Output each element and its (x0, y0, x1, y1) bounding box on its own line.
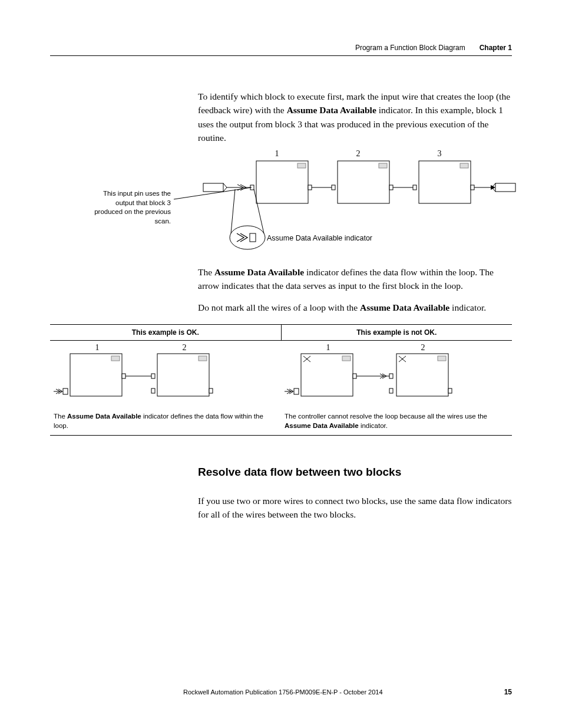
chapter-label: Chapter 1 (480, 44, 512, 52)
svg-line-19 (174, 187, 252, 199)
header-not-ok: This example is not OK. (282, 325, 513, 340)
para3-pre: Do not mark all the wires of a loop with… (198, 302, 360, 312)
page-header: Program a Function Block Diagram Chapter… (50, 44, 512, 56)
svg-rect-44 (448, 388, 452, 393)
svg-rect-25 (63, 388, 68, 394)
svg-rect-23 (250, 233, 256, 242)
diagram-svg (50, 149, 515, 255)
svg-rect-32 (199, 356, 207, 361)
svg-rect-0 (203, 183, 223, 192)
svg-rect-39 (353, 374, 356, 378)
ok-num-2: 2 (178, 343, 190, 353)
example-ok-cell: 1 2 (50, 341, 281, 435)
example-not-ok-svg (285, 343, 508, 407)
svg-rect-5 (308, 185, 312, 190)
notok-num-1: 1 (322, 343, 334, 353)
header-ok: This example is OK. (50, 325, 281, 340)
paragraph-4: If you use two or more wires to connect … (198, 494, 512, 522)
example-ok-svg (54, 343, 277, 407)
svg-rect-45 (389, 388, 393, 393)
section-heading: Resolve data flow between two blocks (198, 466, 401, 479)
svg-rect-4 (297, 163, 306, 168)
para1-bold: Assume Data Available (287, 105, 376, 115)
ok-num-1: 1 (91, 343, 103, 353)
paragraph-1: To identify which block to execute first… (198, 90, 512, 144)
table-body-row: 1 2 (50, 341, 512, 435)
notok-cap-post: indicator. (359, 422, 388, 429)
svg-rect-41 (389, 374, 393, 378)
para2-pre: The (198, 267, 214, 277)
paragraph-3: Do not mark all the wires of a loop with… (198, 301, 512, 314)
ok-caption: The Assume Data Available indicator defi… (54, 411, 277, 430)
svg-rect-15 (471, 185, 474, 190)
notok-num-2: 2 (417, 343, 429, 353)
svg-rect-43 (438, 356, 446, 361)
svg-rect-9 (379, 163, 387, 168)
table-header-row: This example is OK. This example is not … (50, 325, 512, 341)
svg-rect-18 (495, 183, 515, 192)
para3-post: indicator. (449, 302, 486, 312)
page-number: 15 (504, 688, 512, 696)
svg-rect-36 (294, 388, 299, 394)
para3-bold: Assume Data Available (360, 302, 449, 312)
examples-table: This example is OK. This example is not … (50, 324, 512, 436)
notok-cap-pre: The controller cannot resolve the loop b… (285, 413, 487, 420)
svg-rect-12 (413, 185, 416, 190)
svg-rect-14 (460, 163, 468, 168)
diagram-feedback-loop: This input pin uses the output that bloc… (50, 149, 512, 252)
svg-rect-7 (332, 185, 335, 190)
notok-cap-bold: Assume Data Available (285, 422, 359, 429)
not-ok-caption: The controller cannot resolve the loop b… (285, 411, 508, 430)
para2-bold: Assume Data Available (214, 267, 304, 277)
ok-cap-bold: Assume Data Available (67, 413, 141, 420)
svg-rect-34 (151, 388, 155, 393)
svg-rect-10 (389, 185, 393, 190)
page-footer: Rockwell Automation Publication 1756-PM0… (50, 688, 512, 696)
ok-cap-pre: The (54, 413, 67, 420)
breadcrumb: Program a Function Block Diagram (355, 44, 465, 52)
svg-rect-38 (342, 356, 351, 361)
svg-line-21 (231, 189, 235, 233)
svg-rect-30 (151, 374, 155, 378)
svg-rect-33 (209, 388, 213, 393)
publication-info: Rockwell Automation Publication 1756-PM0… (62, 689, 504, 696)
example-not-ok-cell: 1 2 (281, 341, 512, 435)
svg-rect-28 (122, 374, 125, 378)
svg-rect-27 (111, 356, 120, 361)
paragraph-2: The Assume Data Available indicator defi… (198, 265, 512, 293)
